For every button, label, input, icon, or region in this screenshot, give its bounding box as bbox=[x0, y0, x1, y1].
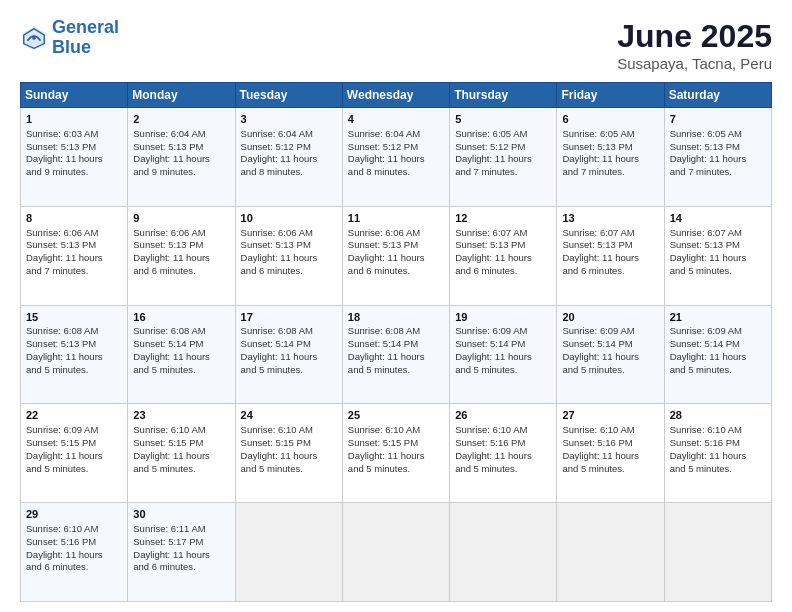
table-row: 16 Sunrise: 6:08 AMSunset: 5:14 PMDaylig… bbox=[128, 305, 235, 404]
title-block: June 2025 Susapaya, Tacna, Peru bbox=[617, 18, 772, 72]
table-row: 22 Sunrise: 6:09 AMSunset: 5:15 PMDaylig… bbox=[21, 404, 128, 503]
header: General Blue June 2025 Susapaya, Tacna, … bbox=[20, 18, 772, 72]
empty-cell bbox=[342, 503, 449, 602]
table-row: 12 Sunrise: 6:07 AMSunset: 5:13 PMDaylig… bbox=[450, 206, 557, 305]
logo: General Blue bbox=[20, 18, 119, 58]
table-row: 28 Sunrise: 6:10 AMSunset: 5:16 PMDaylig… bbox=[664, 404, 771, 503]
table-row: 14 Sunrise: 6:07 AMSunset: 5:13 PMDaylig… bbox=[664, 206, 771, 305]
col-sunday: Sunday bbox=[21, 83, 128, 108]
empty-cell bbox=[450, 503, 557, 602]
table-row: 7 Sunrise: 6:05 AMSunset: 5:13 PMDayligh… bbox=[664, 108, 771, 207]
calendar-row: 8 Sunrise: 6:06 AMSunset: 5:13 PMDayligh… bbox=[21, 206, 772, 305]
table-row: 18 Sunrise: 6:08 AMSunset: 5:14 PMDaylig… bbox=[342, 305, 449, 404]
table-row: 26 Sunrise: 6:10 AMSunset: 5:16 PMDaylig… bbox=[450, 404, 557, 503]
subtitle: Susapaya, Tacna, Peru bbox=[617, 55, 772, 72]
main-title: June 2025 bbox=[617, 18, 772, 55]
empty-cell bbox=[664, 503, 771, 602]
table-row: 30 Sunrise: 6:11 AMSunset: 5:17 PMDaylig… bbox=[128, 503, 235, 602]
col-saturday: Saturday bbox=[664, 83, 771, 108]
table-row: 5 Sunrise: 6:05 AMSunset: 5:12 PMDayligh… bbox=[450, 108, 557, 207]
col-wednesday: Wednesday bbox=[342, 83, 449, 108]
table-row: 21 Sunrise: 6:09 AMSunset: 5:14 PMDaylig… bbox=[664, 305, 771, 404]
col-monday: Monday bbox=[128, 83, 235, 108]
table-row: 24 Sunrise: 6:10 AMSunset: 5:15 PMDaylig… bbox=[235, 404, 342, 503]
logo-icon bbox=[20, 24, 48, 52]
table-row: 10 Sunrise: 6:06 AMSunset: 5:13 PMDaylig… bbox=[235, 206, 342, 305]
calendar-row: 22 Sunrise: 6:09 AMSunset: 5:15 PMDaylig… bbox=[21, 404, 772, 503]
table-row: 11 Sunrise: 6:06 AMSunset: 5:13 PMDaylig… bbox=[342, 206, 449, 305]
calendar-row: 1 Sunrise: 6:03 AMSunset: 5:13 PMDayligh… bbox=[21, 108, 772, 207]
table-row: 1 Sunrise: 6:03 AMSunset: 5:13 PMDayligh… bbox=[21, 108, 128, 207]
table-row: 23 Sunrise: 6:10 AMSunset: 5:15 PMDaylig… bbox=[128, 404, 235, 503]
table-row: 2 Sunrise: 6:04 AMSunset: 5:13 PMDayligh… bbox=[128, 108, 235, 207]
table-row: 3 Sunrise: 6:04 AMSunset: 5:12 PMDayligh… bbox=[235, 108, 342, 207]
table-row: 27 Sunrise: 6:10 AMSunset: 5:16 PMDaylig… bbox=[557, 404, 664, 503]
table-row: 15 Sunrise: 6:08 AMSunset: 5:13 PMDaylig… bbox=[21, 305, 128, 404]
logo-line2: Blue bbox=[52, 37, 91, 57]
calendar-table: Sunday Monday Tuesday Wednesday Thursday… bbox=[20, 82, 772, 602]
col-friday: Friday bbox=[557, 83, 664, 108]
table-row: 13 Sunrise: 6:07 AMSunset: 5:13 PMDaylig… bbox=[557, 206, 664, 305]
table-row: 20 Sunrise: 6:09 AMSunset: 5:14 PMDaylig… bbox=[557, 305, 664, 404]
table-row: 25 Sunrise: 6:10 AMSunset: 5:15 PMDaylig… bbox=[342, 404, 449, 503]
table-row: 9 Sunrise: 6:06 AMSunset: 5:13 PMDayligh… bbox=[128, 206, 235, 305]
col-thursday: Thursday bbox=[450, 83, 557, 108]
logo-text: General Blue bbox=[52, 18, 119, 58]
table-row: 8 Sunrise: 6:06 AMSunset: 5:13 PMDayligh… bbox=[21, 206, 128, 305]
empty-cell bbox=[557, 503, 664, 602]
table-row: 6 Sunrise: 6:05 AMSunset: 5:13 PMDayligh… bbox=[557, 108, 664, 207]
table-row: 17 Sunrise: 6:08 AMSunset: 5:14 PMDaylig… bbox=[235, 305, 342, 404]
table-row: 4 Sunrise: 6:04 AMSunset: 5:12 PMDayligh… bbox=[342, 108, 449, 207]
table-row: 19 Sunrise: 6:09 AMSunset: 5:14 PMDaylig… bbox=[450, 305, 557, 404]
page: General Blue June 2025 Susapaya, Tacna, … bbox=[0, 0, 792, 612]
empty-cell bbox=[235, 503, 342, 602]
svg-point-2 bbox=[32, 36, 36, 40]
col-tuesday: Tuesday bbox=[235, 83, 342, 108]
logo-line1: General bbox=[52, 17, 119, 37]
calendar-row: 15 Sunrise: 6:08 AMSunset: 5:13 PMDaylig… bbox=[21, 305, 772, 404]
table-row: 29 Sunrise: 6:10 AMSunset: 5:16 PMDaylig… bbox=[21, 503, 128, 602]
calendar-header-row: Sunday Monday Tuesday Wednesday Thursday… bbox=[21, 83, 772, 108]
calendar-row: 29 Sunrise: 6:10 AMSunset: 5:16 PMDaylig… bbox=[21, 503, 772, 602]
